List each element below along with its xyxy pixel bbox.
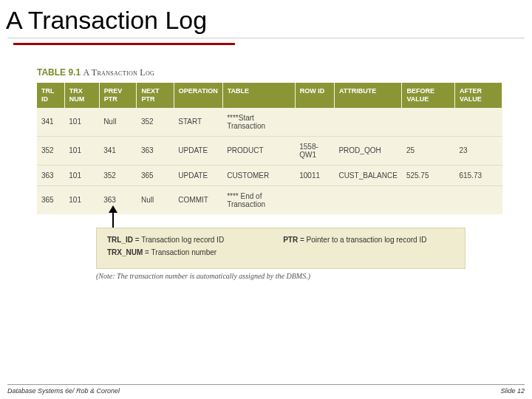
table-number: TABLE 9.1 (37, 67, 81, 78)
legend-ptr-label: PTR (283, 236, 298, 244)
cell: 365 (137, 165, 174, 185)
cell: UPDATE (174, 165, 222, 185)
cell: 363 (99, 185, 137, 214)
page-title: A Transaction Log (0, 0, 532, 38)
cell: UPDATE (174, 136, 222, 165)
legend-trl-def: = Transaction log record ID (133, 236, 224, 244)
th-prev-ptr: PREV PTR (99, 83, 137, 108)
legend-trx: TRX_NUM = Transaction number (107, 248, 454, 256)
cell: 25 (402, 136, 455, 165)
cell: **** End of Transaction (222, 185, 295, 214)
title-underline (7, 38, 525, 38)
cell (295, 185, 334, 214)
legend-trx-def: = Transaction number (143, 248, 216, 256)
cell (454, 108, 502, 137)
table-row: 365 101 363 Null COMMIT **** End of Tran… (37, 185, 502, 214)
th-next-ptr: NEXT PTR (137, 83, 174, 108)
cell: 1558-QW1 (295, 136, 334, 165)
cell: CUST_BALANCE (334, 165, 401, 185)
figure-area: TABLE 9.1 A Transaction Log TRL ID TRX N… (37, 67, 502, 280)
cell (402, 108, 455, 137)
cell: PROD_QOH (334, 136, 401, 165)
cell: Null (137, 185, 174, 214)
th-after: AFTER VALUE (454, 83, 502, 108)
cell: 341 (99, 136, 137, 165)
cell: 101 (64, 165, 99, 185)
footer: Database Systems 6e/ Rob & Coronel Slide… (0, 384, 532, 395)
table-caption: TABLE 9.1 A Transaction Log (37, 67, 502, 78)
cell: START (174, 108, 222, 137)
cell: 352 (137, 108, 174, 137)
cell: 352 (37, 136, 64, 165)
footer-line (7, 384, 525, 385)
th-attribute: ATTRIBUTE (334, 83, 401, 108)
table-header-row: TRL ID TRX NUM PREV PTR NEXT PTR OPERATI… (37, 83, 502, 108)
cell: ****Start Transaction (222, 108, 295, 137)
legend-note: (Note: The transaction number is automat… (96, 272, 502, 280)
cell: 23 (454, 136, 502, 165)
cell: 525.75 (402, 165, 455, 185)
cell: 365 (37, 185, 64, 214)
cell: CUSTOMER (222, 165, 295, 185)
legend-trl: TRL_ID = Transaction log record ID (107, 236, 224, 244)
th-table: TABLE (222, 83, 295, 108)
cell (334, 108, 401, 137)
transaction-log-table: TRL ID TRX NUM PREV PTR NEXT PTR OPERATI… (37, 83, 502, 214)
footer-right: Slide 12 (500, 387, 525, 395)
table-title: A Transaction Log (83, 67, 154, 78)
accent-line (13, 43, 235, 45)
cell: PRODUCT (222, 136, 295, 165)
cell (295, 108, 334, 137)
legend-trl-label: TRL_ID (107, 236, 133, 244)
table-row: 341 101 Null 352 START ****Start Transac… (37, 108, 502, 137)
table-row: 352 101 341 363 UPDATE PRODUCT 1558-QW1 … (37, 136, 502, 165)
cell: 10011 (295, 165, 334, 185)
footer-left: Database Systems 6e/ Rob & Coronel (7, 387, 120, 395)
th-trx-num: TRX NUM (64, 83, 99, 108)
cell: COMMIT (174, 185, 222, 214)
legend-box: TRL_ID = Transaction log record ID PTR =… (96, 228, 466, 269)
th-before: BEFORE VALUE (402, 83, 455, 108)
cell: 101 (64, 185, 99, 214)
cell (454, 185, 502, 214)
th-row-id: ROW ID (295, 83, 334, 108)
cell: Null (99, 108, 137, 137)
cell (402, 185, 455, 214)
cell: 341 (37, 108, 64, 137)
cell (334, 185, 401, 214)
cell: 101 (64, 108, 99, 137)
cell: 363 (137, 136, 174, 165)
th-trl-id: TRL ID (37, 83, 64, 108)
table-row: 363 101 352 365 UPDATE CUSTOMER 10011 CU… (37, 165, 502, 185)
legend-trx-label: TRX_NUM (107, 248, 143, 256)
th-operation: OPERATION (174, 83, 222, 108)
legend-ptr: PTR = Pointer to a transaction log recor… (283, 236, 426, 244)
cell: 101 (64, 136, 99, 165)
legend-ptr-def: = Pointer to a transaction log record ID (298, 236, 426, 244)
cell: 352 (99, 165, 137, 185)
cell: 363 (37, 165, 64, 185)
cell: 615.73 (454, 165, 502, 185)
